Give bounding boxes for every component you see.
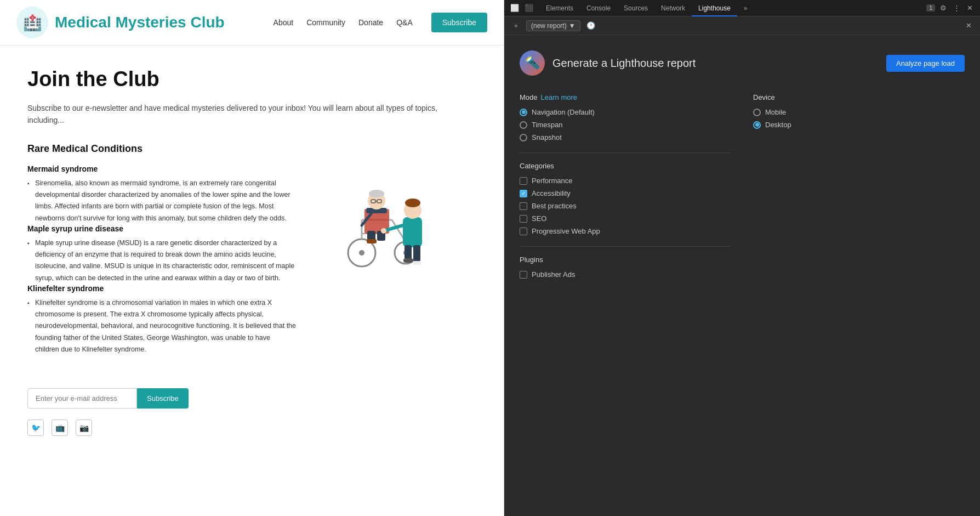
cat-best-practices-label: Best practices bbox=[532, 202, 577, 210]
devtools-close-icon[interactable]: ✕ bbox=[964, 2, 976, 14]
devtools-secondbar: ＋ (new report) ▼ 🕐 ✕ bbox=[504, 16, 980, 35]
condition-title-klinefelter: Klinefelter syndrome bbox=[27, 284, 296, 293]
mode-label: Mode bbox=[520, 93, 538, 101]
plugin-publisher-ads[interactable]: Publisher Ads bbox=[520, 270, 731, 279]
tab-elements[interactable]: Elements bbox=[539, 0, 580, 16]
categories-check-group: Performance Accessibility Best practices… bbox=[520, 177, 731, 235]
learn-more-link[interactable]: Learn more bbox=[541, 93, 577, 101]
page-heading: Join the Club bbox=[27, 67, 466, 91]
device-radio-group: Mobile Desktop bbox=[753, 108, 965, 129]
mode-timespan[interactable]: Timespan bbox=[520, 121, 731, 129]
svg-rect-24 bbox=[403, 258, 413, 263]
cat-pwa-checkbox[interactable] bbox=[520, 228, 527, 235]
condition-text-maple: Maple syrup urine disease (MSUD) is a ra… bbox=[27, 237, 296, 284]
cat-best-practices[interactable]: Best practices bbox=[520, 202, 731, 210]
device-desktop-label: Desktop bbox=[765, 121, 791, 129]
website-panel: 🏥 Medical Mysteries Club About Community… bbox=[0, 0, 504, 516]
plugin-publisher-ads-label: Publisher Ads bbox=[532, 270, 576, 279]
devtools-dock-icon[interactable]: ⬜ bbox=[509, 2, 521, 14]
cat-seo-checkbox[interactable] bbox=[520, 215, 527, 223]
devtools-menu-icon[interactable]: ⬛ bbox=[523, 2, 535, 14]
cat-best-practices-checkbox[interactable] bbox=[520, 202, 527, 210]
nav-donate[interactable]: Donate bbox=[358, 18, 383, 27]
nav-community[interactable]: Community bbox=[306, 18, 345, 27]
devtools-settings-icon[interactable]: ⚙ bbox=[937, 2, 949, 14]
main-content: Join the Club Subscribe to our e-newslet… bbox=[0, 46, 493, 377]
instagram-icon[interactable]: 📷 bbox=[76, 419, 92, 436]
mode-snapshot-radio[interactable] bbox=[520, 134, 527, 141]
mode-radio-group: Navigation (Default) Timespan Snapshot bbox=[520, 108, 731, 141]
cat-pwa[interactable]: Progressive Web App bbox=[520, 227, 731, 235]
social-icons: 🐦 📺 📷 bbox=[27, 419, 476, 436]
lighthouse-title: Generate a Lighthouse report bbox=[552, 57, 696, 70]
email-input[interactable] bbox=[27, 388, 137, 409]
condition-maple: Maple syrup urine disease Maple syrup ur… bbox=[27, 224, 296, 284]
svg-point-21 bbox=[405, 199, 420, 207]
new-report-add-icon[interactable]: ＋ bbox=[510, 20, 522, 32]
device-desktop[interactable]: Desktop bbox=[753, 121, 965, 129]
cat-seo[interactable]: SEO bbox=[520, 214, 731, 223]
content-columns: Rare Medical Conditions Mermaid syndrome… bbox=[27, 143, 466, 355]
cat-performance-label: Performance bbox=[532, 177, 572, 185]
tab-more[interactable]: » bbox=[737, 0, 754, 16]
tab-sources[interactable]: Sources bbox=[617, 0, 654, 16]
email-section: Subscribe 🐦 📺 📷 bbox=[0, 377, 504, 452]
text-column: Rare Medical Conditions Mermaid syndrome… bbox=[27, 143, 296, 355]
medical-illustration bbox=[312, 149, 455, 269]
site-logo: 🏥 bbox=[16, 7, 48, 38]
mode-timespan-radio[interactable] bbox=[520, 121, 527, 129]
svg-rect-23 bbox=[413, 245, 420, 262]
lighthouse-panel: 🔦 Generate a Lighthouse report Analyze p… bbox=[504, 35, 980, 516]
condition-title-maple: Maple syrup urine disease bbox=[27, 224, 296, 233]
mode-navigation-radio[interactable] bbox=[520, 109, 527, 116]
svg-rect-25 bbox=[413, 261, 421, 265]
twitter-icon[interactable]: 🐦 bbox=[27, 419, 44, 436]
illustration-column bbox=[312, 143, 466, 355]
dt-secondary-close-icon[interactable]: ✕ bbox=[962, 20, 975, 32]
device-mobile-label: Mobile bbox=[765, 108, 786, 116]
devtools-more-icon[interactable]: ⋮ bbox=[950, 2, 962, 14]
condition-klinefelter: Klinefelter syndrome Klinefelter syndrom… bbox=[27, 284, 296, 355]
lighthouse-left-col: Mode Learn more Navigation (Default) Tim… bbox=[520, 93, 731, 290]
email-row: Subscribe bbox=[27, 388, 476, 409]
cat-accessibility-label: Accessibility bbox=[532, 189, 571, 197]
plugins-label: Plugins bbox=[520, 256, 731, 264]
new-report-dropdown[interactable]: (new report) ▼ bbox=[526, 20, 580, 31]
nav-about[interactable]: About bbox=[274, 18, 294, 27]
mode-label-row: Mode Learn more bbox=[520, 93, 731, 101]
mode-snapshot[interactable]: Snapshot bbox=[520, 133, 731, 141]
plugins-check-group: Publisher Ads bbox=[520, 270, 731, 279]
mode-timespan-label: Timespan bbox=[532, 121, 563, 129]
analyze-page-load-button[interactable]: Analyze page load bbox=[886, 55, 965, 72]
email-subscribe-button[interactable]: Subscribe bbox=[137, 388, 189, 409]
cat-accessibility[interactable]: Accessibility bbox=[520, 189, 731, 197]
condition-mermaid: Mermaid syndrome Sirenomelia, also known… bbox=[27, 165, 296, 224]
divider-2 bbox=[520, 246, 731, 247]
site-title: Medical Mysteries Club bbox=[55, 14, 225, 31]
tab-console[interactable]: Console bbox=[580, 0, 617, 16]
lighthouse-logo-title: 🔦 Generate a Lighthouse report bbox=[520, 50, 696, 76]
plugin-publisher-ads-checkbox[interactable] bbox=[520, 271, 527, 279]
svg-point-27 bbox=[381, 228, 386, 234]
nav-subscribe-button[interactable]: Subscribe bbox=[431, 13, 487, 32]
condition-title-mermaid: Mermaid syndrome bbox=[27, 165, 296, 173]
tab-lighthouse[interactable]: Lighthouse bbox=[692, 0, 737, 16]
tab-network[interactable]: Network bbox=[654, 0, 692, 16]
device-mobile-radio[interactable] bbox=[753, 109, 761, 116]
lighthouse-body: Mode Learn more Navigation (Default) Tim… bbox=[520, 93, 965, 290]
mode-navigation[interactable]: Navigation (Default) bbox=[520, 108, 731, 116]
mode-navigation-label: Navigation (Default) bbox=[532, 108, 595, 116]
nav-qa[interactable]: Q&A bbox=[396, 18, 413, 27]
categories-label: Categories bbox=[520, 162, 731, 170]
device-mobile[interactable]: Mobile bbox=[753, 108, 965, 116]
page-intro: Subscribe to our e-newsletter and have m… bbox=[27, 102, 466, 127]
devtools-topbar: ⬜ ⬛ Elements Console Sources Network Lig… bbox=[504, 0, 980, 16]
lighthouse-logo: 🔦 bbox=[520, 50, 545, 76]
report-history-icon[interactable]: 🕐 bbox=[585, 20, 597, 32]
condition-text-mermaid: Sirenomelia, also known as mermaid syndr… bbox=[27, 178, 296, 224]
cat-accessibility-checkbox[interactable] bbox=[520, 190, 527, 197]
cat-performance[interactable]: Performance bbox=[520, 177, 731, 185]
cat-performance-checkbox[interactable] bbox=[520, 177, 527, 185]
device-desktop-radio[interactable] bbox=[753, 121, 761, 129]
twitch-icon[interactable]: 📺 bbox=[52, 419, 68, 436]
